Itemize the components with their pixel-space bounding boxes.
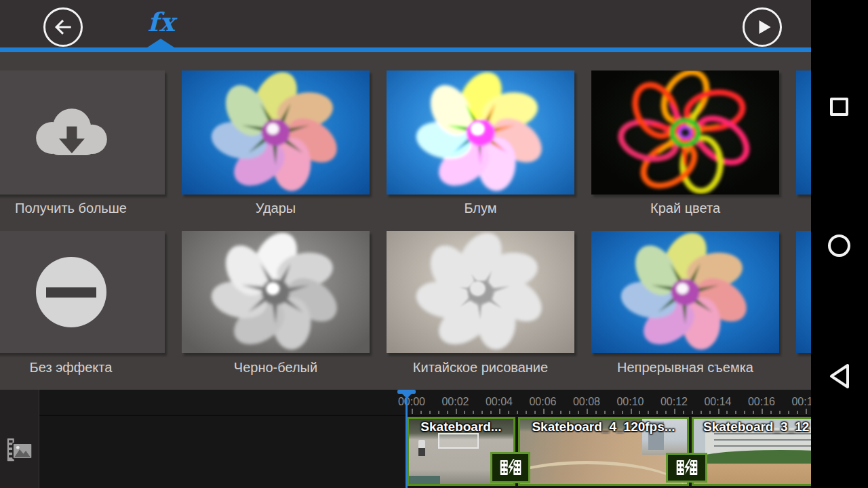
- effect-thumb-bloom: [387, 70, 574, 195]
- back-arrow-icon: [51, 15, 75, 39]
- effect-tile-bloom[interactable]: Блум: [387, 70, 574, 195]
- effect-label: Без эффекта: [0, 360, 165, 375]
- app-window: fx: [0, 0, 811, 488]
- timeline-clip-2[interactable]: Skateboard_4_120fps...: [518, 417, 689, 486]
- tab-underline: [0, 47, 811, 52]
- ruler-time: 00:02: [434, 396, 477, 408]
- clip-name: Skateboard_4_120fps...: [520, 420, 687, 434]
- effect-label: Удары: [182, 201, 370, 216]
- effect-label: Китайское рисование: [387, 360, 574, 375]
- ruler-time: 00:12: [652, 396, 696, 408]
- video-editor-screen: fx: [0, 0, 868, 488]
- no-effect-thumb: [0, 231, 165, 353]
- home-button[interactable]: [828, 235, 850, 257]
- ruler-time: 00:10: [609, 396, 652, 408]
- cloud-download-icon: [26, 102, 116, 164]
- tab-effects-fx[interactable]: fx: [134, 4, 189, 43]
- ruler-time: 00:06: [521, 396, 565, 408]
- effect-thumb-color-edge: [591, 70, 779, 195]
- effect-tile-get-more[interactable]: Получить больше: [0, 70, 165, 195]
- timeline-panel: 00:00 00:02 00:04 00:06 00:08 00:10 00:1…: [0, 390, 811, 488]
- clip-name: Skateboard_3_12: [694, 420, 811, 434]
- ruler-time: 00:16: [740, 396, 783, 408]
- effect-label: Блум: [387, 201, 574, 216]
- effect-thumb-partial: [796, 70, 811, 195]
- effect-thumb-continuous: [591, 231, 779, 353]
- video-track-header[interactable]: [0, 390, 39, 488]
- transition-icon: [499, 458, 522, 477]
- ground: [694, 464, 811, 484]
- android-nav-bar: [811, 0, 868, 488]
- clip-name: Skateboard...: [409, 420, 513, 434]
- video-track-icon: [6, 437, 33, 463]
- effect-label: Край цвета: [591, 201, 779, 216]
- ruler-time: 00:08: [565, 396, 608, 408]
- effect-tile-no-effect[interactable]: Без эффекта: [0, 231, 165, 353]
- effect-tile-continuous[interactable]: Непрерывная съемка: [591, 231, 779, 353]
- skater-legs: [418, 448, 425, 456]
- skater-figure: [418, 440, 425, 449]
- minus-circle-icon: [36, 257, 106, 327]
- playhead-line[interactable]: [406, 391, 408, 488]
- effect-thumb-hits: [182, 70, 370, 195]
- android-back-button[interactable]: [827, 362, 852, 390]
- effect-tile-partial-bottom[interactable]: [796, 231, 811, 353]
- transition-icon: [675, 458, 698, 477]
- play-button[interactable]: [743, 7, 782, 47]
- effect-label: Непрерывная съемка: [591, 360, 779, 375]
- top-toolbar: fx: [0, 0, 811, 47]
- tab-pointer-icon: [147, 39, 174, 47]
- ruler-time: 00:04: [477, 396, 521, 408]
- ruler-time: 00:14: [696, 396, 740, 408]
- timeline-clip-3[interactable]: Skateboard_3_12: [692, 417, 811, 486]
- play-icon: [750, 15, 774, 39]
- transition-button-1[interactable]: [490, 452, 530, 483]
- ruler-time: 00:18: [784, 396, 812, 408]
- effect-tile-partial-top[interactable]: [796, 70, 811, 195]
- effects-grid: Получить больше Удары Блум Край цвета: [0, 52, 811, 390]
- effect-tile-chinese-ink[interactable]: Китайское рисование: [387, 231, 574, 353]
- path-curve: [518, 461, 687, 486]
- recents-button[interactable]: [830, 98, 848, 116]
- get-more-thumb: [0, 70, 165, 195]
- back-button[interactable]: [43, 7, 83, 47]
- effect-tile-black-white[interactable]: Черно-белый: [182, 231, 370, 353]
- effect-tile-color-edge[interactable]: Край цвета: [591, 70, 779, 195]
- transition-button-2[interactable]: [666, 453, 707, 483]
- effect-label: Черно-белый: [182, 360, 370, 375]
- effect-thumb-black-white: [182, 231, 370, 353]
- effect-label: Получить больше: [0, 201, 165, 216]
- court-edge: [409, 476, 440, 484]
- goal-net: [438, 433, 478, 449]
- effect-thumb-chinese-ink: [387, 231, 574, 353]
- effect-tile-hits[interactable]: Удары: [182, 70, 370, 195]
- effect-thumb-partial: [796, 231, 811, 353]
